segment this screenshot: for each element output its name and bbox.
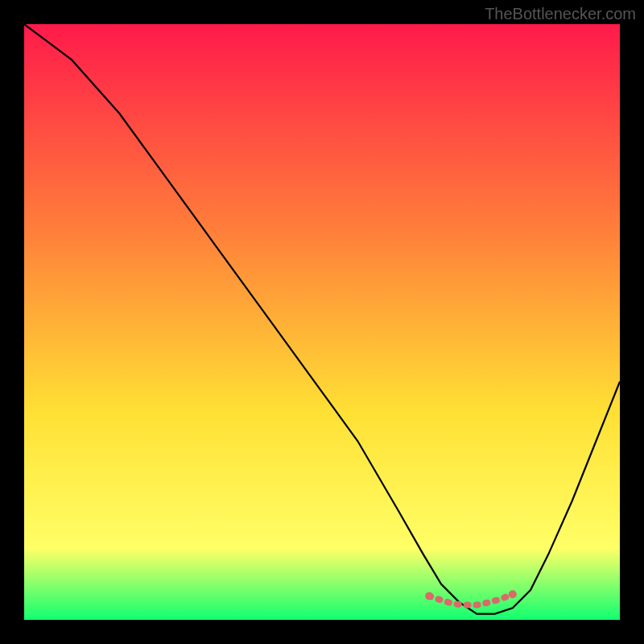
gradient-background: [24, 24, 620, 620]
watermark-text: TheBottlenecker.com: [485, 5, 636, 23]
svg-point-0: [425, 592, 433, 600]
chart-container: TheBottlenecker.com: [0, 0, 644, 644]
chart-svg: [24, 24, 620, 620]
plot-area: [24, 24, 620, 620]
svg-point-1: [509, 590, 517, 598]
